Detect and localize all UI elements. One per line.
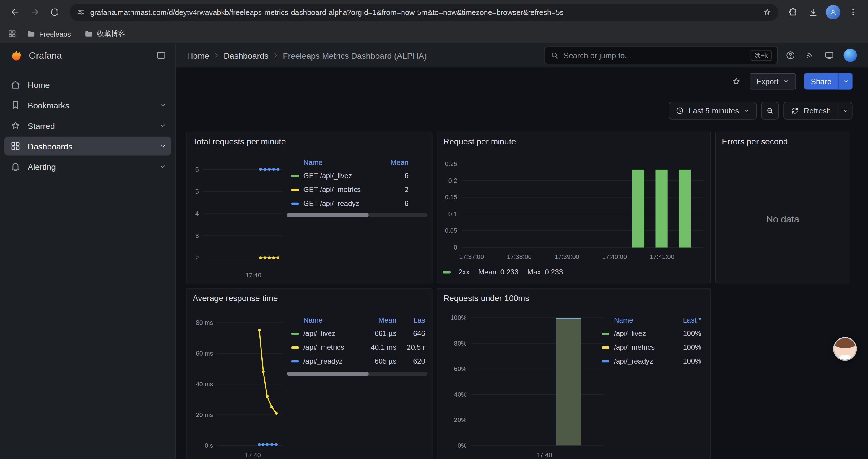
svg-text:17:40: 17:40 bbox=[245, 452, 261, 459]
breadcrumb-item[interactable]: Dashboards bbox=[224, 51, 269, 60]
refresh-button[interactable]: Refresh bbox=[783, 102, 852, 120]
legend-series-name[interactable]: GET /api/_readyz bbox=[303, 199, 378, 208]
bookmark-star-icon[interactable] bbox=[763, 8, 772, 17]
apps-grid-icon[interactable] bbox=[8, 29, 17, 38]
legend-column-header[interactable]: Mean bbox=[361, 316, 397, 324]
legend-column-header[interactable]: Name bbox=[614, 316, 668, 324]
news-icon[interactable] bbox=[805, 51, 815, 61]
legend-series-name[interactable]: /api/_metrics bbox=[303, 343, 361, 352]
display-icon[interactable] bbox=[824, 51, 834, 61]
dashboard-canvas: Export Share Last 5 minutes bbox=[176, 68, 868, 459]
legend-scrollbar[interactable] bbox=[287, 372, 428, 376]
legend-series[interactable]: 2xx bbox=[443, 268, 469, 276]
no-data-message: No data bbox=[716, 214, 850, 225]
forward-button[interactable] bbox=[25, 3, 44, 22]
legend-column-header[interactable]: Last * bbox=[668, 316, 701, 324]
chevron-down-icon bbox=[842, 107, 848, 114]
back-button[interactable] bbox=[6, 3, 25, 22]
legend-series-name[interactable]: /api/_livez bbox=[614, 329, 668, 338]
svg-text:17:40:00: 17:40:00 bbox=[602, 254, 627, 261]
sidebar-item-label: Home bbox=[28, 80, 50, 90]
legend-row: GET /api/_livez6 bbox=[291, 169, 409, 183]
sidebar-item-label: Alerting bbox=[28, 162, 56, 171]
bookmark-folder-freeleaps[interactable]: Freeleaps bbox=[23, 28, 74, 40]
user-avatar[interactable] bbox=[844, 49, 857, 62]
export-button[interactable]: Export bbox=[749, 73, 796, 90]
site-info-icon[interactable] bbox=[76, 8, 85, 17]
svg-text:2: 2 bbox=[195, 255, 199, 262]
dock-menu-icon[interactable] bbox=[156, 50, 167, 61]
sidebar-item-dashboards[interactable]: Dashboards bbox=[4, 137, 171, 156]
legend-column-header[interactable]: Las bbox=[397, 316, 425, 324]
panel-title[interactable]: Request per minute bbox=[443, 137, 516, 146]
panel-title[interactable]: Requests under 100ms bbox=[443, 293, 529, 303]
legend-table: NameMeanGET /api/_livez6GET /api/_metric… bbox=[287, 156, 428, 210]
time-range-picker[interactable]: Last 5 minutes bbox=[669, 102, 756, 120]
chevron-down-icon[interactable] bbox=[159, 163, 167, 170]
svg-text:40%: 40% bbox=[454, 391, 466, 398]
chevron-down-icon[interactable] bbox=[159, 122, 167, 129]
svg-text:17:39:00: 17:39:00 bbox=[555, 254, 579, 261]
chevron-down-icon[interactable] bbox=[159, 101, 167, 109]
sidebar-item-home[interactable]: Home bbox=[4, 75, 171, 94]
legend-column-header[interactable]: Name bbox=[303, 316, 361, 324]
address-bar[interactable]: grafana.mathmast.com/d/deytv4rwavabkb/fr… bbox=[70, 4, 778, 21]
extensions-button[interactable] bbox=[784, 3, 803, 22]
legend-column-header[interactable]: Name bbox=[303, 158, 378, 166]
downloads-button[interactable] bbox=[804, 3, 823, 22]
chevron-down-icon[interactable] bbox=[159, 142, 167, 150]
profile-button[interactable] bbox=[824, 3, 843, 22]
legend-header: NameMeanLas bbox=[291, 314, 425, 327]
svg-text:60 ms: 60 ms bbox=[196, 350, 213, 357]
menu-button[interactable] bbox=[844, 3, 863, 22]
legend-series-name[interactable]: /api/_readyz bbox=[614, 357, 668, 365]
panel-title[interactable]: Errors per second bbox=[722, 137, 788, 146]
panel-title[interactable]: Average response time bbox=[193, 293, 278, 303]
bookmark-label: 收藏博客 bbox=[97, 29, 125, 38]
legend-scrollbar[interactable] bbox=[287, 213, 428, 217]
legend-header: NameLast * bbox=[602, 314, 701, 327]
url-text[interactable]: grafana.mathmast.com/d/deytv4rwavabkb/fr… bbox=[90, 8, 758, 16]
assistant-avatar-button[interactable] bbox=[834, 338, 856, 360]
sidebar-item-alerting[interactable]: Alerting bbox=[4, 157, 171, 176]
panel-title[interactable]: Total requests per minute bbox=[193, 137, 286, 146]
breadcrumb-item[interactable]: Home bbox=[187, 51, 209, 60]
refresh-interval-caret[interactable] bbox=[838, 102, 852, 119]
scrollbar-thumb[interactable] bbox=[287, 213, 369, 217]
legend-series-name[interactable]: /api/_readyz bbox=[303, 357, 361, 365]
zoom-out-button[interactable] bbox=[761, 102, 779, 120]
legend-series-name[interactable]: /api/_metrics bbox=[614, 343, 668, 352]
scrollbar-thumb[interactable] bbox=[287, 372, 369, 376]
svg-text:80 ms: 80 ms bbox=[196, 319, 213, 326]
share-menu-caret[interactable] bbox=[838, 73, 852, 90]
help-icon[interactable] bbox=[785, 51, 796, 61]
series-color-swatch bbox=[291, 360, 299, 362]
legend-series-name[interactable]: 2xx bbox=[458, 268, 469, 276]
search-box[interactable]: ⌘+k bbox=[544, 46, 778, 64]
refresh-main[interactable]: Refresh bbox=[784, 102, 838, 119]
reload-button[interactable] bbox=[45, 3, 64, 22]
search-input[interactable] bbox=[563, 51, 746, 60]
svg-text:17:40: 17:40 bbox=[536, 452, 552, 459]
svg-text:80%: 80% bbox=[454, 340, 466, 347]
share-label[interactable]: Share bbox=[804, 73, 838, 90]
refresh-icon bbox=[790, 106, 800, 115]
legend-series-name[interactable]: /api/_livez bbox=[303, 329, 361, 338]
sidebar-item-starred[interactable]: Starred bbox=[4, 116, 171, 135]
legend-series-name[interactable]: GET /api/_metrics bbox=[303, 186, 378, 194]
sidebar-item-bookmarks[interactable]: Bookmarks bbox=[4, 96, 171, 114]
legend-series-name[interactable]: GET /api/_livez bbox=[303, 172, 378, 180]
bookmark-folder-blogs[interactable]: 收藏博客 bbox=[81, 28, 128, 40]
favorite-star-icon[interactable] bbox=[731, 76, 741, 87]
legend-row: /api/_readyz100% bbox=[602, 354, 701, 368]
legend-value: 2 bbox=[378, 186, 409, 194]
series-color-swatch bbox=[291, 189, 299, 191]
legend-row: GET /api/_readyz6 bbox=[291, 196, 409, 210]
share-button[interactable]: Share bbox=[804, 73, 852, 90]
main-area: HomeDashboardsFreeleaps Metrics Dashboar… bbox=[176, 43, 868, 459]
time-range-label: Last 5 minutes bbox=[689, 106, 739, 115]
sidebar-item-label: Dashboards bbox=[28, 141, 73, 151]
legend-column-header[interactable]: Mean bbox=[378, 158, 409, 166]
bookmark-label: Freeleaps bbox=[39, 30, 71, 38]
bookmarks-bar: Freeleaps 收藏博客 bbox=[0, 24, 868, 43]
